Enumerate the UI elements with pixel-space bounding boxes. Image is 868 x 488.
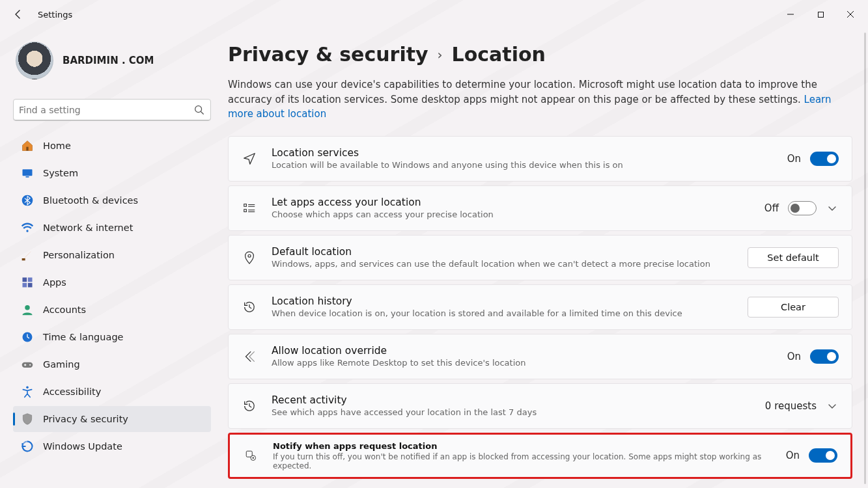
svg-rect-5 [23,169,33,176]
sidebar-item-accessibility[interactable]: Accessibility [13,379,211,405]
card-title: Location services [272,147,773,159]
svg-rect-1 [818,12,823,17]
breadcrumb-parent[interactable]: Privacy & security [228,43,428,66]
brush-icon [21,249,34,262]
sidebar-item-privacy[interactable]: Privacy & security [13,406,211,432]
override-icon [242,349,257,364]
search-input[interactable] [19,105,193,115]
profile-block[interactable]: BARDIMIN . COM [13,34,211,95]
sidebar-item-label: Apps [43,277,66,288]
intro-body: Windows can use your device's capabiliti… [228,79,817,105]
window-controls [776,4,865,25]
svg-point-25 [248,254,251,257]
svg-rect-12 [23,283,27,288]
expand-chevron[interactable] [826,400,839,413]
search-box[interactable] [13,99,211,121]
sidebar-item-system[interactable]: System [13,160,211,186]
avatar [16,42,53,79]
card-title: Location history [272,295,733,307]
toggle-state-label: On [787,153,801,165]
chevron-right-icon: › [438,47,443,62]
intro-text: Windows can use your device's capabiliti… [228,77,840,122]
sidebar-item-home[interactable]: Home [13,133,211,159]
allow-override-toggle[interactable] [810,349,839,364]
bluetooth-icon [21,194,34,207]
svg-point-14 [25,305,30,310]
sidebar-item-wifi[interactable]: Network & internet [13,215,211,241]
settings-cards: Location services Location will be avail… [228,136,852,479]
card-title: Notify when apps request location [273,441,772,451]
home-icon [21,139,34,152]
svg-point-2 [195,106,202,113]
card-recent-activity[interactable]: Recent activity See which apps have acce… [228,383,852,429]
card-subtitle: When device location is on, your locatio… [272,308,733,318]
wifi-icon [21,221,34,234]
svg-rect-4 [26,147,28,151]
location-arrow-icon [242,152,257,166]
apps-access-toggle[interactable] [788,201,817,215]
minimize-button[interactable] [776,4,805,25]
close-button[interactable] [835,4,865,25]
sidebar-item-apps[interactable]: Apps [13,269,211,295]
arrow-left-icon [13,9,23,20]
requests-count: 0 requests [765,400,817,412]
set-default-button[interactable]: Set default [748,247,839,268]
sidebar-item-label: Privacy & security [43,414,128,424]
history-icon [242,399,257,413]
sidebar-item-label: Bluetooth & devices [43,195,138,206]
accessibility-icon [21,385,34,398]
system-icon [21,167,34,180]
svg-rect-10 [23,278,27,282]
svg-line-3 [201,112,204,115]
back-button[interactable] [5,1,31,27]
sidebar-item-label: Network & internet [43,223,133,233]
card-subtitle: Choose which apps can access your precis… [272,210,750,219]
card-location-services[interactable]: Location services Location will be avail… [228,136,852,182]
scrollbar[interactable] [864,33,866,484]
svg-rect-13 [28,283,33,288]
sidebar-item-brush[interactable]: Personalization [13,242,211,268]
card-subtitle: See which apps have accessed your locati… [272,407,751,417]
app-title: Settings [38,10,72,20]
sidebar: BARDIMIN . COM HomeSystemBluetooth & dev… [0,29,221,488]
sidebar-item-gaming[interactable]: Gaming [13,351,211,377]
sidebar-item-bluetooth[interactable]: Bluetooth & devices [13,187,211,213]
chevron-down-icon [828,204,837,213]
location-services-toggle[interactable] [810,152,839,166]
svg-rect-11 [28,278,33,282]
card-allow-override: Allow location override Allow apps like … [228,334,852,379]
breadcrumb-current: Location [452,43,546,66]
titlebar: Settings [0,0,868,29]
apps-icon [21,276,34,289]
notify-request-toggle[interactable] [809,448,837,463]
card-title: Allow location override [272,345,773,357]
maximize-button[interactable] [805,4,835,25]
card-subtitle: Allow apps like Remote Desktop to set th… [272,358,773,368]
sidebar-item-label: Time & language [43,332,124,342]
card-title: Recent activity [272,394,751,406]
sidebar-item-accounts[interactable]: Accounts [13,297,211,323]
sidebar-item-label: Windows Update [43,441,122,452]
sidebar-item-label: Gaming [43,359,80,370]
clear-history-button[interactable]: Clear [748,297,839,318]
accounts-icon [21,303,34,316]
history-icon [242,300,257,314]
sidebar-item-time[interactable]: Time & language [13,324,211,350]
svg-rect-22 [244,209,247,211]
expand-chevron[interactable] [826,202,839,215]
toggle-state-label: On [787,351,801,362]
svg-point-28 [253,457,254,459]
breadcrumb: Privacy & security › Location [228,43,852,66]
card-apps-access[interactable]: Let apps access your location Choose whi… [228,185,852,231]
svg-rect-6 [26,176,29,178]
app-location-icon [243,450,259,461]
sidebar-item-label: System [43,168,78,178]
chevron-down-icon [828,401,837,411]
toggle-state-label: On [786,450,800,461]
card-title: Let apps access your location [272,197,750,208]
card-subtitle: If you turn this off, you won't be notif… [273,452,772,470]
sidebar-item-label: Personalization [43,250,115,260]
sidebar-item-update[interactable]: Windows Update [13,433,211,459]
sidebar-item-label: Accessibility [43,386,101,397]
card-default-location: Default location Windows, apps, and serv… [228,235,852,280]
